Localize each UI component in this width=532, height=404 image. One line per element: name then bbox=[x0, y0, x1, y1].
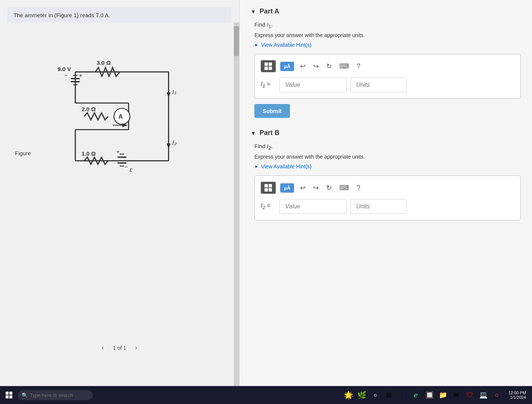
part-b-help-btn[interactable]: ? bbox=[355, 183, 362, 193]
part-b-hint-arrow: ► bbox=[254, 164, 259, 169]
part-a-mu-btn[interactable]: μÅ bbox=[280, 62, 294, 71]
svg-text:I₂: I₂ bbox=[172, 140, 177, 147]
taskbar-icon-9[interactable]: 💻 bbox=[478, 389, 489, 401]
search-wrap: 🔍 bbox=[18, 390, 93, 400]
part-a-submit-btn[interactable]: Submit bbox=[254, 104, 290, 118]
part-b-arrow: ▼ bbox=[251, 130, 256, 136]
svg-text:9.0 V: 9.0 V bbox=[57, 66, 71, 72]
part-b-var-label: I2 = bbox=[261, 202, 276, 210]
part-a-keyboard-btn[interactable]: ⌨ bbox=[338, 61, 351, 72]
start-button[interactable] bbox=[3, 389, 15, 401]
part-a-refresh-btn[interactable]: ↻ bbox=[325, 61, 333, 72]
pagination-text: 1 of 1 bbox=[113, 345, 126, 351]
part-a-undo-btn[interactable]: ↩ bbox=[299, 61, 307, 72]
taskbar-search-input[interactable] bbox=[18, 390, 93, 400]
part-a-var-label: I1 = bbox=[261, 81, 276, 89]
svg-rect-34 bbox=[6, 395, 9, 398]
taskbar-time: 12:00 PM 1/1/2024 bbox=[508, 391, 526, 400]
part-a-redo-btn[interactable]: ↪ bbox=[312, 61, 320, 72]
svg-text:+: + bbox=[79, 72, 82, 79]
circuit-diagram: − + 9.0 V 3.0 Ω 2.0 Ω A bbox=[7, 45, 232, 187]
prev-button[interactable]: ‹ bbox=[99, 342, 107, 353]
part-a-value-input[interactable] bbox=[279, 77, 347, 92]
next-button[interactable]: › bbox=[132, 342, 140, 353]
scrollbar[interactable] bbox=[234, 22, 239, 386]
part-a-input-row: I1 = bbox=[261, 77, 514, 92]
part-b-express: Express your answer with the appropriate… bbox=[254, 154, 521, 160]
part-a-toolbar: μÅ ↩ ↪ ↻ ⌨ ? bbox=[261, 60, 514, 72]
part-b-answer-box: μÅ ↩ ↪ ↻ ⌨ ? I2 = bbox=[254, 175, 521, 220]
part-b-header[interactable]: ▼ Part B bbox=[251, 129, 521, 137]
taskbar-icon-5[interactable]: 🔲 bbox=[424, 389, 435, 401]
windows-icon bbox=[5, 391, 13, 399]
part-b-find: Find I2. bbox=[254, 143, 521, 151]
left-panel: The ammeter in (Figure 1) reads 7.0 A. F… bbox=[0, 0, 239, 386]
svg-text:ε: ε bbox=[129, 166, 132, 173]
taskbar-icon-7[interactable]: ✉ bbox=[451, 389, 462, 401]
part-b-title: Part B bbox=[260, 129, 279, 137]
part-b-hint-text: View Available Hint(s) bbox=[261, 163, 312, 169]
scrollbar-thumb[interactable] bbox=[234, 26, 239, 56]
part-a-header[interactable]: ▼ Part A bbox=[251, 7, 521, 15]
part-a-express: Express your answer with the appropriate… bbox=[254, 32, 521, 38]
taskbar-icon-6[interactable]: 📁 bbox=[437, 389, 449, 401]
grid-icon bbox=[265, 62, 272, 70]
taskbar: 🔍 🌟 🌿 ○ ⊞ ⋮ ℯ 🔲 📁 ✉ 🛡 💻 ○ 12:00 PM 1/1/2… bbox=[0, 386, 532, 404]
part-a-grid-btn[interactable] bbox=[261, 60, 276, 72]
time-display: 12:00 PM bbox=[508, 391, 526, 395]
part-b-input-row: I2 = bbox=[261, 199, 514, 214]
part-a-section: ▼ Part A Find I1. Express your answer wi… bbox=[251, 7, 521, 118]
svg-text:2.0 Ω: 2.0 Ω bbox=[81, 106, 95, 112]
part-a-hint-arrow: ► bbox=[254, 42, 259, 48]
part-a-arrow: ▼ bbox=[251, 9, 256, 15]
part-a-hint-text: View Available Hint(s) bbox=[261, 42, 312, 48]
taskbar-circle[interactable]: ○ bbox=[370, 389, 381, 401]
pagination: ‹ 1 of 1 › bbox=[99, 339, 140, 356]
part-b-value-input[interactable] bbox=[279, 199, 347, 214]
taskbar-tray: 12:00 PM 1/1/2024 bbox=[505, 391, 529, 400]
part-a-units-input[interactable] bbox=[351, 77, 407, 92]
part-b-redo-btn[interactable]: ↪ bbox=[312, 182, 320, 193]
part-a-find: Find I1. bbox=[254, 21, 521, 29]
part-a-body: Find I1. Express your answer with the ap… bbox=[251, 21, 521, 118]
taskbar-edge-icon[interactable]: ℯ bbox=[410, 389, 422, 401]
taskbar-icon-1[interactable]: 🌟 bbox=[343, 389, 354, 401]
svg-text:−: − bbox=[64, 72, 68, 79]
taskbar-icons: 🌟 🌿 ○ ⊞ ⋮ ℯ 🔲 📁 ✉ 🛡 💻 ○ bbox=[343, 389, 502, 401]
part-b-mu-btn[interactable]: μÅ bbox=[280, 183, 294, 193]
taskbar-icon-8[interactable]: 🛡 bbox=[464, 389, 476, 401]
taskbar-icon-3[interactable]: ⊞ bbox=[383, 389, 395, 401]
circuit-svg: − + 9.0 V 3.0 Ω 2.0 Ω A bbox=[49, 45, 191, 187]
part-b-units-input[interactable] bbox=[351, 199, 407, 214]
svg-text:−: − bbox=[124, 163, 128, 171]
grid-icon-b bbox=[265, 184, 272, 192]
svg-text:I₁: I₁ bbox=[172, 89, 177, 96]
taskbar-icon-4[interactable]: ⋮ bbox=[397, 389, 408, 401]
date-display: 1/1/2024 bbox=[508, 395, 526, 400]
part-b-body: Find I2. Express your answer with the ap… bbox=[251, 143, 521, 220]
part-b-keyboard-btn[interactable]: ⌨ bbox=[338, 182, 351, 193]
svg-text:1.0 Ω: 1.0 Ω bbox=[81, 150, 95, 157]
part-a-hint[interactable]: ► View Available Hint(s) bbox=[254, 42, 521, 48]
problem-statement: The ammeter in (Figure 1) reads 7.0 A. bbox=[7, 7, 232, 23]
svg-rect-35 bbox=[9, 395, 12, 398]
problem-text: The ammeter in (Figure 1) reads 7.0 A. bbox=[13, 12, 110, 18]
part-b-undo-btn[interactable]: ↩ bbox=[299, 182, 307, 193]
part-b-refresh-btn[interactable]: ↻ bbox=[325, 182, 333, 193]
part-b-section: ▼ Part B Find I2. Express your answer wi… bbox=[251, 129, 521, 226]
part-b-grid-btn[interactable] bbox=[261, 182, 276, 194]
part-a-answer-box: μÅ ↩ ↪ ↻ ⌨ ? I1 = bbox=[254, 54, 521, 99]
taskbar-icon-10[interactable]: ○ bbox=[491, 389, 502, 401]
svg-rect-32 bbox=[6, 392, 9, 395]
svg-text:+: + bbox=[116, 148, 120, 155]
figure-label: Figure bbox=[15, 150, 31, 156]
part-a-help-btn[interactable]: ? bbox=[355, 61, 362, 72]
right-panel: ▼ Part A Find I1. Express your answer wi… bbox=[239, 0, 532, 386]
part-a-title: Part A bbox=[260, 7, 279, 15]
svg-rect-33 bbox=[9, 392, 12, 395]
part-b-hint[interactable]: ► View Available Hint(s) bbox=[254, 163, 521, 169]
taskbar-icon-2[interactable]: 🌿 bbox=[357, 389, 368, 401]
svg-text:3.0 Ω: 3.0 Ω bbox=[97, 59, 111, 66]
part-b-toolbar: μÅ ↩ ↪ ↻ ⌨ ? bbox=[261, 182, 514, 194]
svg-text:A: A bbox=[118, 113, 123, 120]
